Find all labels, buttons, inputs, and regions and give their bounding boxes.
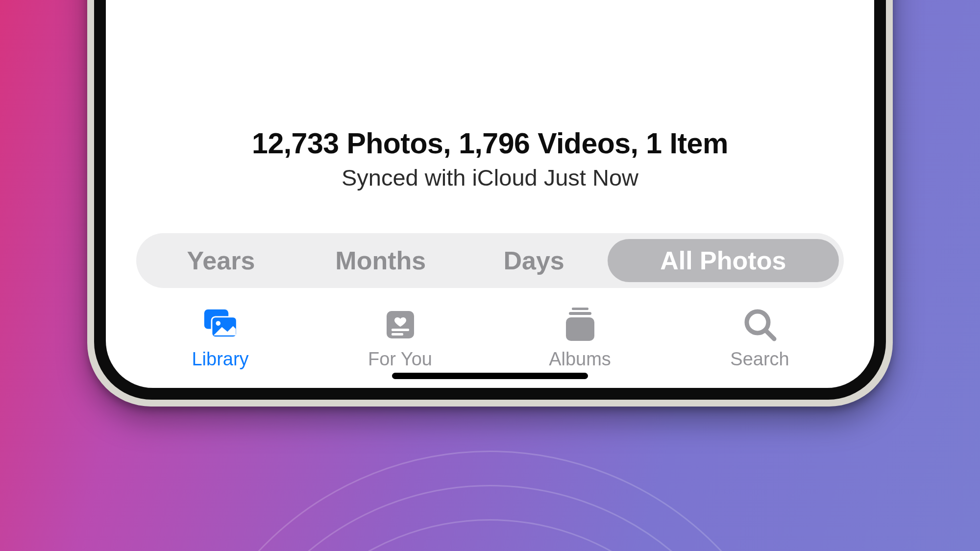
library-content: 12,733 Photos, 1,796 Videos, 1 Item Sync… xyxy=(106,0,874,388)
screen: 12,733 Photos, 1,796 Videos, 1 Item Sync… xyxy=(106,0,874,388)
svg-rect-6 xyxy=(572,308,588,310)
svg-rect-7 xyxy=(569,312,591,315)
sync-status-text: Synced with iCloud Just Now xyxy=(106,164,874,191)
segment-years[interactable]: Years xyxy=(141,239,301,282)
library-count-text: 12,733 Photos, 1,796 Videos, 1 Item xyxy=(106,127,874,160)
tab-albums[interactable]: Albums xyxy=(490,307,670,370)
svg-line-10 xyxy=(765,330,774,339)
phone-bezel: 12,733 Photos, 1,796 Videos, 1 Item Sync… xyxy=(94,0,886,400)
photo-stack-icon xyxy=(202,307,239,343)
library-summary: 12,733 Photos, 1,796 Videos, 1 Item Sync… xyxy=(106,127,874,191)
svg-rect-4 xyxy=(392,329,409,331)
tab-bar: Library For You xyxy=(106,299,874,385)
svg-point-2 xyxy=(216,321,220,325)
segment-all-photos[interactable]: All Photos xyxy=(608,239,839,282)
tab-search[interactable]: Search xyxy=(670,307,850,370)
album-stack-icon xyxy=(562,307,598,343)
phone-frame: 12,733 Photos, 1,796 Videos, 1 Item Sync… xyxy=(87,0,893,407)
background-arcs xyxy=(147,426,833,551)
segment-months[interactable]: Months xyxy=(301,239,461,282)
segment-days[interactable]: Days xyxy=(461,239,608,282)
tab-library[interactable]: Library xyxy=(130,307,310,370)
search-icon xyxy=(742,307,778,343)
view-mode-segmented-control[interactable]: Years Months Days All Photos xyxy=(136,233,844,288)
tab-label: For You xyxy=(368,349,432,370)
tab-for-you[interactable]: For You xyxy=(310,307,490,370)
heart-card-icon xyxy=(382,307,418,343)
tab-label: Albums xyxy=(549,349,611,370)
svg-rect-5 xyxy=(392,333,403,335)
home-indicator[interactable] xyxy=(392,373,588,379)
tab-label: Library xyxy=(192,349,248,370)
svg-rect-8 xyxy=(566,317,594,341)
tab-label: Search xyxy=(730,349,789,370)
